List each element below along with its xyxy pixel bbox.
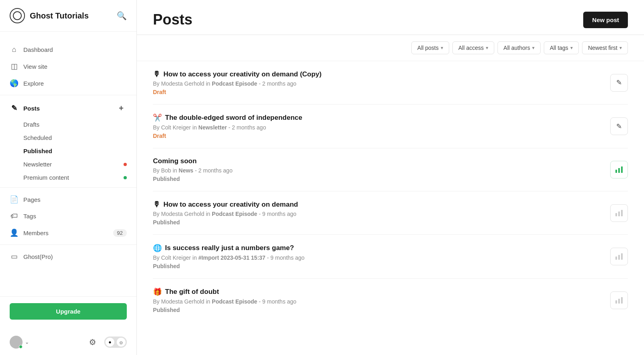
post-info: 🎁The gift of doubt By Modesta Gerhold in… bbox=[153, 287, 601, 313]
post-tag: Newsletter bbox=[198, 124, 227, 131]
sidebar-item-premium[interactable]: Premium content bbox=[0, 171, 136, 184]
filter-all-authors-label: All authors bbox=[504, 45, 530, 51]
sidebar-item-tags[interactable]: 🏷 Tags bbox=[0, 208, 136, 224]
post-title-text: How to access your creativity on demand bbox=[163, 201, 298, 209]
members-icon: 👤 bbox=[10, 228, 19, 237]
post-title-text: Is success really just a numbers game? bbox=[165, 244, 294, 252]
post-emoji: 🎁 bbox=[153, 287, 162, 296]
filter-all-tags[interactable]: All tags ▾ bbox=[544, 41, 579, 54]
post-meta: By Colt Kreiger in #Import 2023-05-31 15… bbox=[153, 254, 601, 261]
sidebar-item-posts[interactable]: ✎ Posts + bbox=[0, 98, 136, 118]
add-post-button[interactable]: + bbox=[116, 103, 127, 114]
post-meta: By Modesta Gerhold in Podcast Episode - … bbox=[153, 211, 601, 217]
post-status: Published bbox=[153, 263, 601, 269]
post-action bbox=[610, 248, 628, 265]
svg-rect-4 bbox=[618, 211, 620, 216]
sidebar-item-drafts[interactable]: Drafts bbox=[0, 118, 136, 131]
premium-dot bbox=[124, 176, 127, 179]
theme-toggle[interactable]: ● ☼ bbox=[104, 337, 127, 348]
post-info: 🌐Is success really just a numbers game? … bbox=[153, 244, 601, 269]
post-item: 🎙How to access your creativity on demand… bbox=[153, 191, 628, 235]
nav-divider bbox=[0, 95, 136, 95]
post-title: 🎙How to access your creativity on demand… bbox=[153, 70, 601, 78]
sidebar-item-pages[interactable]: 📄 Pages bbox=[0, 191, 136, 208]
post-status: Published bbox=[153, 219, 601, 226]
sidebar-item-view-site[interactable]: ◫ View site bbox=[0, 58, 136, 75]
sidebar-item-scheduled[interactable]: Scheduled bbox=[0, 131, 136, 144]
stats-button[interactable] bbox=[610, 291, 628, 309]
sidebar-item-published[interactable]: Published bbox=[0, 144, 136, 158]
svg-rect-3 bbox=[615, 213, 617, 216]
filter-all-authors[interactable]: All authors ▾ bbox=[497, 41, 541, 54]
sidebar-item-ghost-pro[interactable]: ▭ Ghost(Pro) bbox=[0, 248, 136, 265]
ghost-pro-label: Ghost(Pro) bbox=[23, 253, 53, 260]
stats-button[interactable] bbox=[610, 248, 628, 265]
tags-icon: 🏷 bbox=[10, 212, 19, 220]
posts-label: Posts bbox=[23, 105, 40, 112]
sidebar-item-members[interactable]: 👤 Members 92 bbox=[0, 224, 136, 241]
scheduled-label: Scheduled bbox=[23, 134, 52, 141]
post-status: Published bbox=[153, 307, 601, 313]
chevron-down-icon: ▾ bbox=[441, 45, 443, 51]
stats-button[interactable] bbox=[610, 204, 628, 222]
published-label: Published bbox=[23, 148, 52, 154]
sidebar-item-explore[interactable]: 🌎 Explore bbox=[0, 75, 136, 92]
newsletter-label: Newsletter bbox=[23, 161, 52, 168]
sidebar: Ghost Tutorials 🔍 ⌂ Dashboard ◫ View sit… bbox=[0, 0, 137, 355]
settings-icon[interactable]: ⚙ bbox=[89, 337, 96, 347]
main-header: Posts New post bbox=[137, 0, 644, 35]
post-tag: #Import 2023-05-31 15:37 bbox=[198, 254, 266, 261]
sidebar-item-label: Dashboard bbox=[23, 46, 53, 53]
filter-all-posts[interactable]: All posts ▾ bbox=[411, 41, 449, 54]
filter-all-access-label: All access bbox=[458, 45, 484, 51]
edit-post-button[interactable]: ✎ bbox=[610, 74, 628, 92]
pages-icon: 📄 bbox=[10, 195, 19, 204]
upgrade-button[interactable]: Upgrade bbox=[10, 303, 127, 320]
sidebar-item-label: View site bbox=[23, 63, 47, 70]
footer-icons: ⚙ ● ☼ bbox=[89, 337, 127, 348]
post-title-text: The gift of doubt bbox=[165, 288, 219, 296]
post-title: 🌐Is success really just a numbers game? bbox=[153, 244, 601, 252]
svg-rect-2 bbox=[621, 166, 623, 173]
chevron-down-icon: ▾ bbox=[570, 45, 573, 51]
filter-all-access[interactable]: All access ▾ bbox=[452, 41, 494, 54]
post-info: 🎙How to access your creativity on demand… bbox=[153, 200, 601, 226]
chevron-down-icon: ▾ bbox=[619, 45, 622, 51]
filter-sort-label: Newest first bbox=[588, 45, 617, 51]
user-menu[interactable]: ⌄ bbox=[10, 336, 29, 349]
edit-post-button[interactable]: ✎ bbox=[610, 117, 628, 135]
posts-list: 🎙How to access your creativity on demand… bbox=[137, 61, 644, 355]
post-title: Coming soon bbox=[153, 157, 601, 165]
sidebar-item-newsletter[interactable]: Newsletter bbox=[0, 158, 136, 171]
post-tag: Podcast Episode bbox=[212, 298, 257, 305]
post-emoji: 🌐 bbox=[153, 244, 162, 252]
svg-rect-11 bbox=[621, 297, 623, 304]
post-meta: By Modesta Gerhold in Podcast Episode - … bbox=[153, 298, 601, 305]
avatar bbox=[10, 336, 23, 349]
filter-sort[interactable]: Newest first ▾ bbox=[582, 41, 628, 54]
posts-icon: ✎ bbox=[10, 104, 19, 113]
toggle-light-indicator: ☼ bbox=[117, 338, 126, 347]
post-item: 🎙How to access your creativity on demand… bbox=[153, 61, 628, 105]
toggle-dark-indicator: ● bbox=[105, 338, 114, 347]
tags-label: Tags bbox=[23, 213, 36, 220]
post-tag: Podcast Episode bbox=[212, 80, 257, 87]
filter-bar: All posts ▾ All access ▾ All authors ▾ A… bbox=[137, 35, 644, 61]
post-status: Published bbox=[153, 176, 601, 182]
post-title: 🎙How to access your creativity on demand bbox=[153, 200, 601, 209]
sidebar-item-dashboard[interactable]: ⌂ Dashboard bbox=[0, 41, 136, 58]
post-item: ✂️The double-edged sword of independence… bbox=[153, 105, 628, 148]
explore-icon: 🌎 bbox=[10, 79, 19, 88]
svg-rect-6 bbox=[615, 257, 617, 260]
new-post-button[interactable]: New post bbox=[583, 12, 628, 28]
post-item: 🎁The gift of doubt By Modesta Gerhold in… bbox=[153, 279, 628, 322]
sidebar-item-label: Explore bbox=[23, 80, 44, 87]
sidebar-bottom: Upgrade bbox=[0, 296, 136, 332]
stats-button[interactable] bbox=[610, 161, 628, 179]
post-info: Coming soon By Bob in News - 2 months ag… bbox=[153, 157, 601, 182]
search-icon[interactable]: 🔍 bbox=[117, 11, 127, 21]
svg-rect-5 bbox=[621, 210, 623, 216]
filter-all-tags-label: All tags bbox=[550, 45, 568, 51]
post-title-text: The double-edged sword of independence bbox=[165, 114, 302, 122]
nav-divider-3 bbox=[0, 244, 136, 245]
